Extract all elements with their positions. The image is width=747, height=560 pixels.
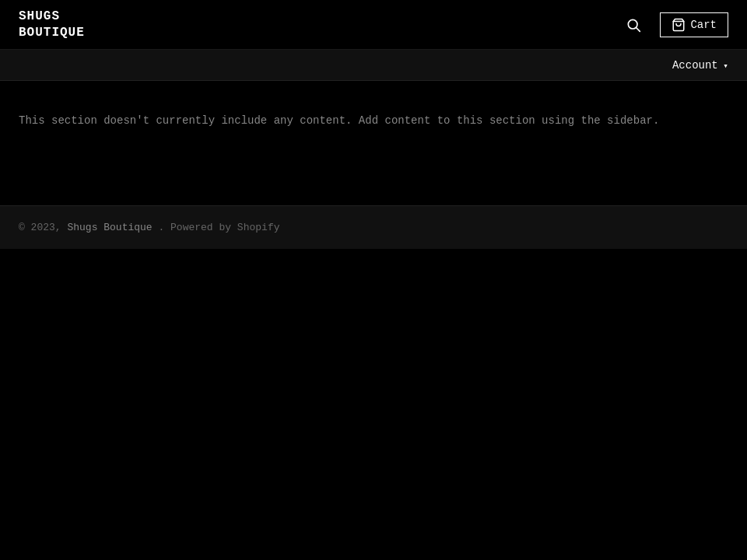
cart-icon bbox=[672, 18, 686, 32]
header-actions: Cart bbox=[622, 12, 728, 37]
search-button[interactable] bbox=[622, 14, 644, 36]
cart-label: Cart bbox=[690, 19, 717, 31]
footer-copyright: © 2023, Shugs Boutique . Powered by Shop… bbox=[19, 222, 728, 233]
main-content: This section doesn't currently include a… bbox=[0, 81, 747, 205]
main-nav: Account bbox=[0, 50, 747, 81]
logo-area: SHUGS BOUTIQUE bbox=[19, 9, 85, 41]
section-notice: This section doesn't currently include a… bbox=[19, 112, 728, 129]
site-footer: © 2023, Shugs Boutique . Powered by Shop… bbox=[0, 205, 747, 249]
site-title: SHUGS BOUTIQUE bbox=[19, 9, 85, 41]
site-header: SHUGS BOUTIQUE Cart bbox=[0, 0, 747, 50]
search-icon bbox=[626, 17, 641, 33]
footer-store-link[interactable]: Shugs Boutique bbox=[67, 222, 152, 233]
account-link[interactable]: Account bbox=[672, 59, 728, 72]
cart-button[interactable]: Cart bbox=[660, 12, 728, 37]
svg-line-1 bbox=[637, 27, 640, 31]
